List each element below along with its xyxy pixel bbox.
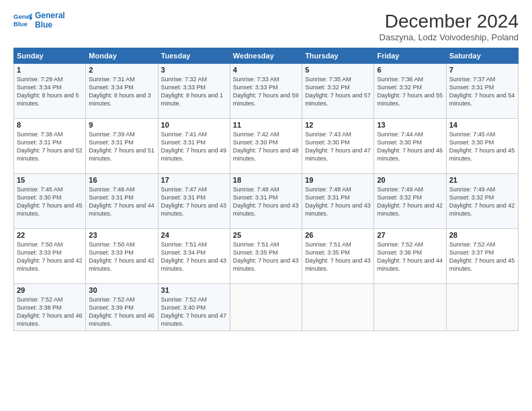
week-row-5: 29Sunrise: 7:52 AMSunset: 3:38 PMDayligh… [14, 284, 519, 331]
day-info: Sunrise: 7:50 AMSunset: 3:33 PMDaylight:… [17, 240, 83, 273]
logo-icon: General Blue [13, 11, 32, 30]
table-cell: 18Sunrise: 7:48 AMSunset: 3:31 PMDayligh… [230, 174, 302, 229]
day-info: Sunrise: 7:52 AMSunset: 3:40 PMDaylight:… [161, 295, 227, 328]
logo: General Blue General Blue [13, 11, 65, 30]
table-cell: 21Sunrise: 7:49 AMSunset: 3:32 PMDayligh… [446, 174, 518, 229]
day-number: 12 [305, 121, 371, 129]
table-cell: 10Sunrise: 7:41 AMSunset: 3:31 PMDayligh… [158, 119, 230, 174]
col-sunday: Sunday [14, 48, 86, 64]
table-cell: 22Sunrise: 7:50 AMSunset: 3:33 PMDayligh… [14, 229, 86, 284]
col-tuesday: Tuesday [158, 48, 230, 64]
table-cell: 26Sunrise: 7:51 AMSunset: 3:35 PMDayligh… [302, 229, 374, 284]
day-info: Sunrise: 7:29 AMSunset: 3:34 PMDaylight:… [17, 75, 83, 108]
table-cell: 23Sunrise: 7:50 AMSunset: 3:33 PMDayligh… [86, 229, 158, 284]
day-info: Sunrise: 7:44 AMSunset: 3:30 PMDaylight:… [377, 130, 443, 163]
day-info: Sunrise: 7:45 AMSunset: 3:30 PMDaylight:… [17, 185, 83, 218]
table-cell: 28Sunrise: 7:52 AMSunset: 3:37 PMDayligh… [446, 229, 518, 284]
day-number: 3 [161, 66, 227, 74]
table-cell: 12Sunrise: 7:43 AMSunset: 3:30 PMDayligh… [302, 119, 374, 174]
day-info: Sunrise: 7:49 AMSunset: 3:32 PMDaylight:… [449, 185, 515, 218]
table-cell [374, 284, 446, 331]
col-saturday: Saturday [446, 48, 518, 64]
day-info: Sunrise: 7:42 AMSunset: 3:30 PMDaylight:… [233, 130, 299, 163]
day-number: 4 [233, 66, 299, 74]
day-info: Sunrise: 7:48 AMSunset: 3:31 PMDaylight:… [305, 185, 371, 218]
week-row-3: 15Sunrise: 7:45 AMSunset: 3:30 PMDayligh… [14, 174, 519, 229]
week-row-1: 1Sunrise: 7:29 AMSunset: 3:34 PMDaylight… [14, 64, 519, 119]
table-cell: 3Sunrise: 7:32 AMSunset: 3:33 PMDaylight… [158, 64, 230, 119]
table-cell: 4Sunrise: 7:33 AMSunset: 3:33 PMDaylight… [230, 64, 302, 119]
table-cell: 11Sunrise: 7:42 AMSunset: 3:30 PMDayligh… [230, 119, 302, 174]
day-number: 8 [17, 121, 83, 129]
table-cell: 31Sunrise: 7:52 AMSunset: 3:40 PMDayligh… [158, 284, 230, 331]
day-info: Sunrise: 7:52 AMSunset: 3:38 PMDaylight:… [17, 295, 83, 328]
day-info: Sunrise: 7:48 AMSunset: 3:31 PMDaylight:… [233, 185, 299, 218]
day-info: Sunrise: 7:41 AMSunset: 3:31 PMDaylight:… [161, 130, 227, 163]
table-cell: 8Sunrise: 7:38 AMSunset: 3:31 PMDaylight… [14, 119, 86, 174]
day-number: 26 [305, 231, 371, 239]
day-info: Sunrise: 7:52 AMSunset: 3:36 PMDaylight:… [377, 240, 443, 273]
day-info: Sunrise: 7:47 AMSunset: 3:31 PMDaylight:… [161, 185, 227, 218]
day-info: Sunrise: 7:46 AMSunset: 3:31 PMDaylight:… [89, 185, 154, 218]
day-info: Sunrise: 7:51 AMSunset: 3:35 PMDaylight:… [233, 240, 299, 273]
day-info: Sunrise: 7:50 AMSunset: 3:33 PMDaylight:… [89, 240, 154, 273]
table-cell [230, 284, 302, 331]
table-cell: 9Sunrise: 7:39 AMSunset: 3:31 PMDaylight… [86, 119, 158, 174]
day-number: 22 [17, 231, 83, 239]
day-info: Sunrise: 7:36 AMSunset: 3:32 PMDaylight:… [377, 75, 443, 108]
day-number: 7 [449, 66, 515, 74]
table-cell: 29Sunrise: 7:52 AMSunset: 3:38 PMDayligh… [14, 284, 86, 331]
week-row-2: 8Sunrise: 7:38 AMSunset: 3:31 PMDaylight… [14, 119, 519, 174]
day-number: 14 [449, 121, 515, 129]
calendar-table: Sunday Monday Tuesday Wednesday Thursday… [13, 48, 519, 331]
day-number: 16 [89, 176, 154, 184]
day-number: 21 [449, 176, 515, 184]
day-number: 29 [17, 286, 83, 294]
day-number: 20 [377, 176, 443, 184]
day-number: 19 [305, 176, 371, 184]
day-info: Sunrise: 7:52 AMSunset: 3:39 PMDaylight:… [89, 295, 154, 328]
logo-text-general: General [35, 11, 65, 20]
day-number: 28 [449, 231, 515, 239]
day-number: 1 [17, 66, 83, 74]
day-info: Sunrise: 7:43 AMSunset: 3:30 PMDaylight:… [305, 130, 371, 163]
day-info: Sunrise: 7:38 AMSunset: 3:31 PMDaylight:… [17, 130, 83, 163]
day-number: 13 [377, 121, 443, 129]
table-cell: 30Sunrise: 7:52 AMSunset: 3:39 PMDayligh… [86, 284, 158, 331]
day-info: Sunrise: 7:33 AMSunset: 3:33 PMDaylight:… [233, 75, 299, 108]
table-cell: 7Sunrise: 7:37 AMSunset: 3:31 PMDaylight… [446, 64, 518, 119]
col-monday: Monday [86, 48, 158, 64]
day-number: 6 [377, 66, 443, 74]
table-cell: 1Sunrise: 7:29 AMSunset: 3:34 PMDaylight… [14, 64, 86, 119]
day-number: 30 [89, 286, 154, 294]
col-wednesday: Wednesday [230, 48, 302, 64]
day-info: Sunrise: 7:45 AMSunset: 3:30 PMDaylight:… [449, 130, 515, 163]
day-number: 27 [377, 231, 443, 239]
col-friday: Friday [374, 48, 446, 64]
col-thursday: Thursday [302, 48, 374, 64]
day-info: Sunrise: 7:51 AMSunset: 3:34 PMDaylight:… [161, 240, 227, 273]
day-number: 18 [233, 176, 299, 184]
svg-text:Blue: Blue [13, 20, 28, 28]
day-number: 10 [161, 121, 227, 129]
calendar-header-row: Sunday Monday Tuesday Wednesday Thursday… [14, 48, 519, 64]
title-block: December 2024 Daszyna, Lodz Voivodeship,… [380, 11, 519, 42]
day-number: 9 [89, 121, 154, 129]
table-cell: 2Sunrise: 7:31 AMSunset: 3:34 PMDaylight… [86, 64, 158, 119]
location-subtitle: Daszyna, Lodz Voivodeship, Poland [380, 32, 519, 42]
day-info: Sunrise: 7:52 AMSunset: 3:37 PMDaylight:… [449, 240, 515, 273]
svg-text:General: General [13, 13, 32, 21]
week-row-4: 22Sunrise: 7:50 AMSunset: 3:33 PMDayligh… [14, 229, 519, 284]
day-number: 15 [17, 176, 83, 184]
day-info: Sunrise: 7:32 AMSunset: 3:33 PMDaylight:… [161, 75, 227, 108]
day-number: 24 [161, 231, 227, 239]
day-info: Sunrise: 7:37 AMSunset: 3:31 PMDaylight:… [449, 75, 515, 108]
table-cell: 24Sunrise: 7:51 AMSunset: 3:34 PMDayligh… [158, 229, 230, 284]
day-number: 25 [233, 231, 299, 239]
table-cell: 6Sunrise: 7:36 AMSunset: 3:32 PMDaylight… [374, 64, 446, 119]
day-number: 17 [161, 176, 227, 184]
day-info: Sunrise: 7:31 AMSunset: 3:34 PMDaylight:… [89, 75, 154, 108]
table-cell [302, 284, 374, 331]
table-cell: 16Sunrise: 7:46 AMSunset: 3:31 PMDayligh… [86, 174, 158, 229]
day-info: Sunrise: 7:39 AMSunset: 3:31 PMDaylight:… [89, 130, 154, 163]
